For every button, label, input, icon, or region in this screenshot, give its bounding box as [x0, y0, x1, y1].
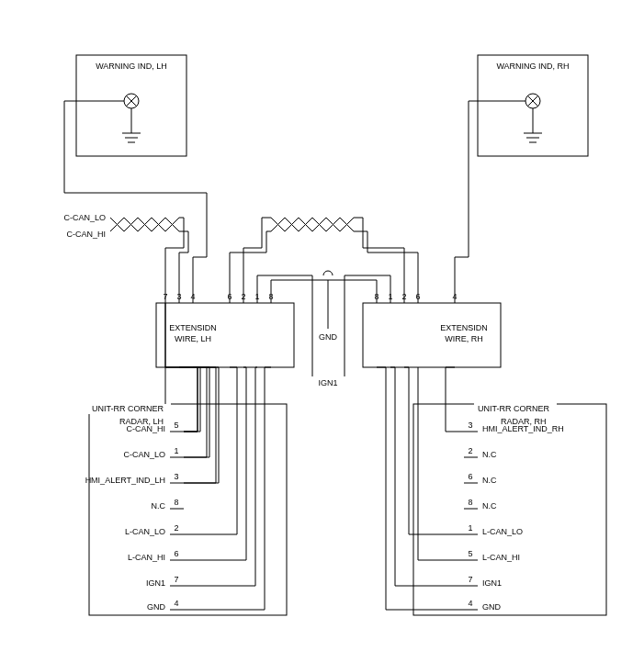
- svg-text:C-CAN_HI: C-CAN_HI: [126, 424, 165, 433]
- gnd-label: GND: [319, 332, 338, 342]
- svg-text:2: 2: [468, 446, 472, 455]
- ccan-bus: C-CAN_LO C-CAN_HI: [63, 213, 179, 239]
- ext-lh-label1: EXTENSIDN: [169, 323, 217, 332]
- ccan-hi-label: C-CAN_HI: [66, 230, 106, 239]
- svg-text:N.C: N.C: [482, 501, 497, 511]
- svg-text:6: 6: [468, 472, 472, 481]
- svg-text:GND: GND: [482, 602, 502, 612]
- svg-text:1: 1: [174, 446, 178, 455]
- radar-rh-label1: UNIT-RR CORNER: [478, 404, 549, 413]
- svg-text:8: 8: [468, 498, 472, 507]
- svg-text:4: 4: [468, 599, 472, 608]
- svg-rect-42: [413, 404, 606, 615]
- ext-rh-label1: EXTENSIDN: [440, 323, 488, 332]
- svg-text:L-CAN_LO: L-CAN_LO: [125, 527, 165, 536]
- svg-text:8: 8: [174, 498, 178, 507]
- ext-rh-label2: WIRE, RH: [445, 334, 483, 343]
- svg-text:7: 7: [468, 575, 472, 584]
- svg-text:N.C: N.C: [482, 476, 497, 485]
- radar-lh-label1: UNIT-RR CORNER: [92, 404, 164, 413]
- svg-text:L-CAN_LO: L-CAN_LO: [482, 527, 523, 536]
- svg-text:2: 2: [174, 523, 178, 533]
- center-labels: GND IGN1: [318, 332, 337, 387]
- svg-text:5: 5: [468, 549, 472, 558]
- svg-text:L-CAN_HI: L-CAN_HI: [482, 553, 520, 562]
- twisted-pair-center: [271, 218, 354, 231]
- svg-text:L-CAN_HI: L-CAN_HI: [128, 553, 165, 562]
- warning-ind-lh-label: WARNING IND, LH: [96, 62, 167, 71]
- svg-text:3: 3: [174, 472, 178, 481]
- svg-text:GND: GND: [147, 602, 166, 612]
- svg-text:HMI_ALERT_IND_RH: HMI_ALERT_IND_RH: [482, 424, 564, 433]
- svg-text:7: 7: [174, 575, 178, 584]
- warning-ind-rh-label: WARNING IND, RH: [496, 62, 569, 71]
- warning-ind-lh: WARNING IND, LH: [76, 55, 186, 156]
- ccan-lo-label: C-CAN_LO: [63, 213, 106, 222]
- svg-text:4: 4: [174, 599, 178, 608]
- svg-text:IGN1: IGN1: [146, 578, 165, 588]
- svg-text:C-CAN_LO: C-CAN_LO: [123, 450, 165, 459]
- svg-text:6: 6: [174, 549, 178, 558]
- ign1-label: IGN1: [318, 378, 337, 387]
- radar-lh: UNIT-RR CORNER RADAR, LH C-CAN_HI 5 C-CA…: [85, 403, 287, 615]
- ext-lh-label2: WIRE, LH: [175, 334, 211, 343]
- extension-wire-lh: EXTENSIDN WIRE, LH 7 3 4 6 2 1 8: [156, 292, 294, 367]
- svg-text:N.C: N.C: [482, 450, 497, 459]
- svg-text:N.C: N.C: [152, 501, 166, 511]
- radar-rh: UNIT-RR CORNER RADAR, RH 3 HMI_ALERT_IND…: [413, 403, 606, 615]
- extension-wire-rh: EXTENSIDN WIRE, RH 8 1 2 6 4: [363, 292, 501, 367]
- svg-text:1: 1: [468, 523, 472, 533]
- svg-text:5: 5: [174, 421, 178, 430]
- warning-ind-rh: WARNING IND, RH: [478, 55, 588, 156]
- svg-text:3: 3: [468, 421, 472, 430]
- wiring-diagram: WARNING IND, LH WARNING IND, RH C-CAN_LO: [0, 0, 644, 651]
- svg-rect-16: [89, 404, 287, 615]
- svg-text:IGN1: IGN1: [482, 578, 502, 588]
- svg-text:HMI_ALERT_IND_LH: HMI_ALERT_IND_LH: [85, 476, 165, 485]
